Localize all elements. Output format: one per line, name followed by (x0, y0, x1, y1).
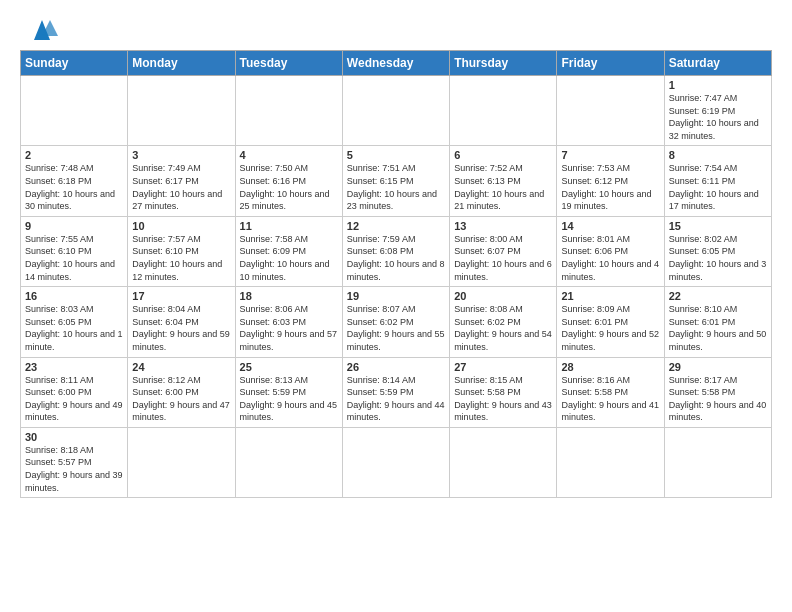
logo (20, 16, 60, 44)
calendar-cell (557, 427, 664, 497)
day-info: Sunrise: 7:55 AM Sunset: 6:10 PM Dayligh… (25, 233, 123, 283)
calendar-cell (342, 76, 449, 146)
day-info: Sunrise: 7:50 AM Sunset: 6:16 PM Dayligh… (240, 162, 338, 212)
day-info: Sunrise: 8:15 AM Sunset: 5:58 PM Dayligh… (454, 374, 552, 424)
calendar-cell: 27Sunrise: 8:15 AM Sunset: 5:58 PM Dayli… (450, 357, 557, 427)
day-info: Sunrise: 8:06 AM Sunset: 6:03 PM Dayligh… (240, 303, 338, 353)
col-header-friday: Friday (557, 51, 664, 76)
day-number: 2 (25, 149, 123, 161)
calendar-cell (557, 76, 664, 146)
calendar-cell: 10Sunrise: 7:57 AM Sunset: 6:10 PM Dayli… (128, 216, 235, 286)
col-header-sunday: Sunday (21, 51, 128, 76)
calendar-table: SundayMondayTuesdayWednesdayThursdayFrid… (20, 50, 772, 498)
calendar-week-row: 23Sunrise: 8:11 AM Sunset: 6:00 PM Dayli… (21, 357, 772, 427)
calendar-cell: 8Sunrise: 7:54 AM Sunset: 6:11 PM Daylig… (664, 146, 771, 216)
calendar-cell (450, 427, 557, 497)
day-number: 14 (561, 220, 659, 232)
day-number: 8 (669, 149, 767, 161)
calendar-cell (664, 427, 771, 497)
day-info: Sunrise: 8:01 AM Sunset: 6:06 PM Dayligh… (561, 233, 659, 283)
calendar-cell (235, 427, 342, 497)
calendar-cell: 6Sunrise: 7:52 AM Sunset: 6:13 PM Daylig… (450, 146, 557, 216)
calendar-cell: 16Sunrise: 8:03 AM Sunset: 6:05 PM Dayli… (21, 287, 128, 357)
day-number: 10 (132, 220, 230, 232)
day-info: Sunrise: 7:49 AM Sunset: 6:17 PM Dayligh… (132, 162, 230, 212)
calendar-cell: 5Sunrise: 7:51 AM Sunset: 6:15 PM Daylig… (342, 146, 449, 216)
day-number: 9 (25, 220, 123, 232)
calendar-cell: 18Sunrise: 8:06 AM Sunset: 6:03 PM Dayli… (235, 287, 342, 357)
day-info: Sunrise: 7:52 AM Sunset: 6:13 PM Dayligh… (454, 162, 552, 212)
day-info: Sunrise: 8:13 AM Sunset: 5:59 PM Dayligh… (240, 374, 338, 424)
calendar-cell: 15Sunrise: 8:02 AM Sunset: 6:05 PM Dayli… (664, 216, 771, 286)
day-info: Sunrise: 8:14 AM Sunset: 5:59 PM Dayligh… (347, 374, 445, 424)
day-info: Sunrise: 7:53 AM Sunset: 6:12 PM Dayligh… (561, 162, 659, 212)
calendar-cell: 28Sunrise: 8:16 AM Sunset: 5:58 PM Dayli… (557, 357, 664, 427)
day-info: Sunrise: 8:04 AM Sunset: 6:04 PM Dayligh… (132, 303, 230, 353)
calendar-cell (128, 76, 235, 146)
calendar-cell: 11Sunrise: 7:58 AM Sunset: 6:09 PM Dayli… (235, 216, 342, 286)
day-number: 20 (454, 290, 552, 302)
col-header-wednesday: Wednesday (342, 51, 449, 76)
day-info: Sunrise: 8:08 AM Sunset: 6:02 PM Dayligh… (454, 303, 552, 353)
day-info: Sunrise: 8:17 AM Sunset: 5:58 PM Dayligh… (669, 374, 767, 424)
col-header-tuesday: Tuesday (235, 51, 342, 76)
day-info: Sunrise: 8:07 AM Sunset: 6:02 PM Dayligh… (347, 303, 445, 353)
day-number: 16 (25, 290, 123, 302)
day-number: 24 (132, 361, 230, 373)
calendar-cell: 12Sunrise: 7:59 AM Sunset: 6:08 PM Dayli… (342, 216, 449, 286)
calendar-week-row: 9Sunrise: 7:55 AM Sunset: 6:10 PM Daylig… (21, 216, 772, 286)
calendar-week-row: 1Sunrise: 7:47 AM Sunset: 6:19 PM Daylig… (21, 76, 772, 146)
day-number: 5 (347, 149, 445, 161)
calendar-cell (128, 427, 235, 497)
day-number: 13 (454, 220, 552, 232)
col-header-monday: Monday (128, 51, 235, 76)
calendar-week-row: 30Sunrise: 8:18 AM Sunset: 5:57 PM Dayli… (21, 427, 772, 497)
calendar-cell: 25Sunrise: 8:13 AM Sunset: 5:59 PM Dayli… (235, 357, 342, 427)
day-info: Sunrise: 7:58 AM Sunset: 6:09 PM Dayligh… (240, 233, 338, 283)
calendar-cell: 1Sunrise: 7:47 AM Sunset: 6:19 PM Daylig… (664, 76, 771, 146)
day-info: Sunrise: 8:16 AM Sunset: 5:58 PM Dayligh… (561, 374, 659, 424)
day-number: 23 (25, 361, 123, 373)
day-number: 6 (454, 149, 552, 161)
day-info: Sunrise: 8:00 AM Sunset: 6:07 PM Dayligh… (454, 233, 552, 283)
day-info: Sunrise: 8:18 AM Sunset: 5:57 PM Dayligh… (25, 444, 123, 494)
day-number: 11 (240, 220, 338, 232)
calendar-cell: 7Sunrise: 7:53 AM Sunset: 6:12 PM Daylig… (557, 146, 664, 216)
day-info: Sunrise: 8:12 AM Sunset: 6:00 PM Dayligh… (132, 374, 230, 424)
day-number: 7 (561, 149, 659, 161)
calendar-cell: 23Sunrise: 8:11 AM Sunset: 6:00 PM Dayli… (21, 357, 128, 427)
col-header-thursday: Thursday (450, 51, 557, 76)
calendar-cell: 3Sunrise: 7:49 AM Sunset: 6:17 PM Daylig… (128, 146, 235, 216)
day-number: 18 (240, 290, 338, 302)
calendar-cell: 4Sunrise: 7:50 AM Sunset: 6:16 PM Daylig… (235, 146, 342, 216)
day-number: 28 (561, 361, 659, 373)
calendar-cell: 21Sunrise: 8:09 AM Sunset: 6:01 PM Dayli… (557, 287, 664, 357)
day-info: Sunrise: 8:03 AM Sunset: 6:05 PM Dayligh… (25, 303, 123, 353)
day-number: 15 (669, 220, 767, 232)
calendar-cell (342, 427, 449, 497)
calendar-cell (21, 76, 128, 146)
calendar-cell: 14Sunrise: 8:01 AM Sunset: 6:06 PM Dayli… (557, 216, 664, 286)
calendar-cell: 17Sunrise: 8:04 AM Sunset: 6:04 PM Dayli… (128, 287, 235, 357)
day-number: 1 (669, 79, 767, 91)
col-header-saturday: Saturday (664, 51, 771, 76)
calendar-cell: 29Sunrise: 8:17 AM Sunset: 5:58 PM Dayli… (664, 357, 771, 427)
calendar-week-row: 2Sunrise: 7:48 AM Sunset: 6:18 PM Daylig… (21, 146, 772, 216)
day-number: 26 (347, 361, 445, 373)
logo-icon (24, 16, 60, 44)
day-info: Sunrise: 8:11 AM Sunset: 6:00 PM Dayligh… (25, 374, 123, 424)
calendar-header-row: SundayMondayTuesdayWednesdayThursdayFrid… (21, 51, 772, 76)
day-info: Sunrise: 7:51 AM Sunset: 6:15 PM Dayligh… (347, 162, 445, 212)
calendar-cell: 9Sunrise: 7:55 AM Sunset: 6:10 PM Daylig… (21, 216, 128, 286)
day-info: Sunrise: 8:10 AM Sunset: 6:01 PM Dayligh… (669, 303, 767, 353)
day-number: 4 (240, 149, 338, 161)
day-info: Sunrise: 7:48 AM Sunset: 6:18 PM Dayligh… (25, 162, 123, 212)
day-number: 3 (132, 149, 230, 161)
day-info: Sunrise: 7:47 AM Sunset: 6:19 PM Dayligh… (669, 92, 767, 142)
calendar-cell: 2Sunrise: 7:48 AM Sunset: 6:18 PM Daylig… (21, 146, 128, 216)
day-number: 30 (25, 431, 123, 443)
day-info: Sunrise: 7:59 AM Sunset: 6:08 PM Dayligh… (347, 233, 445, 283)
day-number: 25 (240, 361, 338, 373)
calendar-cell: 22Sunrise: 8:10 AM Sunset: 6:01 PM Dayli… (664, 287, 771, 357)
calendar-cell: 26Sunrise: 8:14 AM Sunset: 5:59 PM Dayli… (342, 357, 449, 427)
